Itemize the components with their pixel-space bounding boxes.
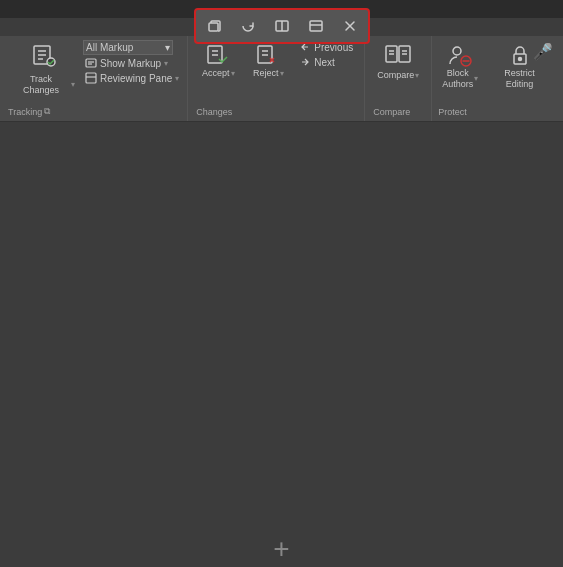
close-icon [342, 18, 358, 34]
snap-icon [274, 18, 290, 34]
track-changes-label-row: Track Changes ▾ [12, 74, 75, 96]
reviewing-pane-label: Reviewing Pane [100, 73, 172, 84]
compare-label: Compare [377, 70, 414, 81]
show-markup-icon [85, 57, 97, 69]
markup-arrow: ▾ [165, 42, 170, 53]
track-changes-button[interactable]: Track Changes ▾ [8, 40, 79, 98]
reject-label: Reject [253, 68, 279, 79]
svg-rect-0 [209, 23, 218, 31]
restrict-editing-label: Restrict Editing [490, 68, 549, 90]
tracking-content: Track Changes ▾ All Markup ▾ [8, 36, 181, 105]
accept-button[interactable]: Accept ▾ [196, 40, 240, 81]
protect-label-text: Protect [438, 107, 467, 117]
accept-label: Accept [202, 68, 230, 79]
track-changes-label: Track Changes [12, 74, 70, 96]
markup-value: All Markup [86, 42, 133, 53]
accept-arrow: ▾ [231, 69, 235, 78]
group-compare: Compare ▾ Compare [365, 36, 432, 121]
show-markup-label: Show Markup [100, 58, 161, 69]
next-button[interactable]: Next [296, 55, 356, 69]
accept-icon [205, 42, 231, 68]
show-markup-arrow: ▾ [164, 59, 168, 68]
next-icon [299, 56, 311, 68]
svg-rect-15 [86, 73, 96, 83]
page-content: + [0, 122, 563, 567]
fullscreen-icon [308, 18, 324, 34]
accept-label-row: Accept ▾ [202, 68, 235, 79]
tracking-label-text: Tracking [8, 107, 42, 117]
block-authors-button[interactable]: BlockAuthors ▾ [438, 40, 482, 92]
fullscreen-button[interactable] [302, 12, 330, 40]
reject-icon [255, 42, 281, 68]
rotate-icon [240, 18, 256, 34]
changes-group-label: Changes [196, 107, 232, 117]
changes-label-text: Changes [196, 107, 232, 117]
reviewing-pane-icon [85, 72, 97, 84]
block-authors-label: BlockAuthors [442, 68, 473, 90]
reject-button[interactable]: Reject ▾ [246, 40, 290, 81]
close-button[interactable] [336, 12, 364, 40]
ribbon: 🎤 Track Changes ▾ [0, 36, 563, 122]
reject-arrow: ▾ [280, 69, 284, 78]
track-changes-svg [31, 42, 57, 68]
compare-icon [384, 42, 412, 70]
reviewing-pane-button[interactable]: Reviewing Pane ▾ [83, 71, 181, 85]
svg-rect-3 [310, 21, 322, 31]
restrict-editing-button[interactable]: Restrict Editing [486, 40, 553, 92]
compare-button[interactable]: Compare ▾ [373, 40, 423, 83]
restore-button[interactable] [200, 12, 228, 40]
group-tracking: Track Changes ▾ All Markup ▾ [4, 36, 188, 121]
restrict-editing-icon [507, 42, 533, 68]
reviewing-pane-arrow: ▾ [175, 74, 179, 83]
block-authors-label-row: BlockAuthors ▾ [442, 68, 478, 90]
block-authors-icon [447, 42, 473, 68]
compare-label-row: Compare ▾ [377, 70, 419, 81]
snap-button[interactable] [268, 12, 296, 40]
svg-point-29 [453, 47, 461, 55]
tracking-expand-icon[interactable]: ⧉ [44, 106, 50, 117]
add-page-button[interactable]: + [273, 533, 289, 565]
rotate-button[interactable] [234, 12, 262, 40]
svg-rect-12 [86, 59, 96, 67]
tracking-rows: All Markup ▾ Show Markup ▾ [83, 40, 181, 85]
compare-group-label: Compare [373, 107, 410, 117]
markup-dropdown[interactable]: All Markup ▾ [83, 40, 173, 55]
protect-group-label: Protect [438, 107, 467, 117]
window-controls [194, 8, 370, 44]
compare-arrow: ▾ [415, 71, 419, 80]
track-changes-icon [31, 42, 57, 74]
group-changes: Accept ▾ Reject ▾ [188, 36, 365, 121]
compare-label-text: Compare [373, 107, 410, 117]
changes-nav: Previous Next [296, 40, 356, 69]
tracking-group-label: Tracking ⧉ [8, 106, 50, 117]
next-label: Next [314, 57, 335, 68]
show-markup-button[interactable]: Show Markup ▾ [83, 56, 181, 70]
reject-label-row: Reject ▾ [253, 68, 284, 79]
track-changes-arrow: ▾ [71, 80, 75, 89]
restore-icon [206, 18, 222, 34]
add-page-icon: + [273, 533, 289, 565]
group-protect: BlockAuthors ▾ Restrict Editing Protect [432, 36, 559, 121]
svg-point-33 [518, 58, 521, 61]
block-authors-arrow: ▾ [474, 74, 478, 83]
